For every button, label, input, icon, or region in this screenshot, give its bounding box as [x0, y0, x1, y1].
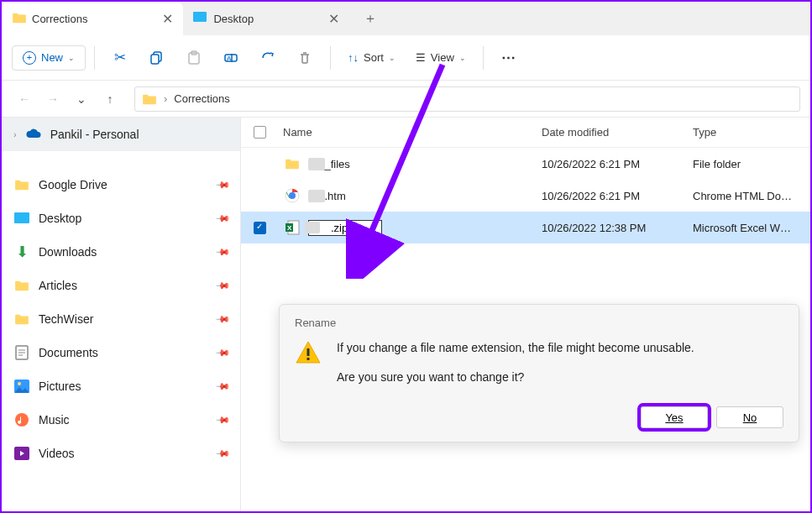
sort-button[interactable]: ↑↓ Sort ⌄: [339, 51, 404, 64]
file-type: File folder: [693, 158, 810, 170]
file-row[interactable]: xxx_files 10/26/2022 6:21 PM File folder: [241, 148, 810, 180]
paste-icon[interactable]: [177, 41, 211, 75]
pin-icon: 📌: [214, 210, 230, 226]
desktop-icon: [13, 210, 30, 227]
file-row[interactable]: xxx.htm 10/26/2022 6:21 PM Chrome HTML D…: [241, 180, 810, 212]
sidebar-item-google-drive[interactable]: Google Drive 📌: [2, 168, 240, 202]
svg-rect-2: [151, 55, 159, 64]
breadcrumb-sep: ›: [164, 92, 167, 105]
view-button[interactable]: ☰ View ⌄: [407, 51, 474, 64]
pin-icon: 📌: [214, 243, 230, 259]
desktop-icon: [193, 12, 207, 25]
col-type[interactable]: Type: [693, 126, 810, 139]
sidebar-label: Desktop: [39, 212, 81, 225]
close-icon[interactable]: ✕: [161, 13, 173, 24]
svg-point-14: [18, 382, 21, 385]
sidebar-item-desktop[interactable]: Desktop 📌: [2, 202, 240, 235]
pin-icon: 📌: [214, 445, 230, 461]
downloads-icon: ⬇: [13, 243, 30, 260]
forward-icon[interactable]: →: [40, 86, 65, 112]
sidebar: › Pankil - Personal Google Drive 📌 Deskt…: [2, 118, 241, 511]
sidebar-item-downloads[interactable]: ⬇ Downloads 📌: [2, 235, 240, 269]
folder-icon: [12, 12, 25, 25]
sidebar-item-onedrive[interactable]: › Pankil - Personal: [2, 118, 240, 151]
pin-icon: 📌: [214, 411, 230, 427]
file-date: 10/26/2022 6:21 PM: [542, 190, 693, 202]
svg-rect-8: [14, 212, 29, 223]
column-header: Name Date modified Type: [241, 118, 810, 148]
folder-icon: [142, 93, 157, 105]
share-icon[interactable]: [251, 41, 285, 75]
separator: [94, 46, 95, 70]
documents-icon: [13, 344, 30, 361]
toolbar: + New ⌄ ✂ A ↑↓ Sort ⌄ ☰ View ⌄ ⋯: [2, 35, 810, 81]
new-button[interactable]: + New ⌄: [12, 45, 86, 71]
select-all[interactable]: [241, 126, 278, 139]
pin-icon: 📌: [214, 311, 230, 327]
sidebar-label: Documents: [39, 346, 98, 359]
cloud-icon: [25, 126, 42, 143]
address-bar[interactable]: › Corrections: [134, 86, 800, 112]
plus-icon: +: [23, 51, 36, 65]
videos-icon: [13, 445, 30, 462]
file-type: Chrome HTML Do…: [693, 190, 810, 202]
yes-button[interactable]: Yes: [641, 406, 708, 428]
sort-label: Sort: [364, 51, 384, 64]
tab-corrections[interactable]: Corrections ✕: [2, 2, 183, 35]
file-name: _files: [325, 158, 350, 170]
more-icon[interactable]: ⋯: [492, 41, 526, 75]
dialog-title: Rename: [295, 317, 783, 329]
separator: [483, 46, 484, 70]
chevron-down-icon: ⌄: [459, 54, 466, 62]
back-icon[interactable]: ←: [12, 86, 37, 112]
new-label: New: [41, 51, 63, 64]
sidebar-label: TechWiser: [39, 312, 93, 326]
rename-icon[interactable]: A: [214, 41, 248, 75]
col-name[interactable]: Name: [278, 126, 542, 139]
sidebar-item-techwiser[interactable]: TechWiser 📌: [2, 302, 240, 336]
no-button[interactable]: No: [716, 406, 783, 428]
chevron-right-icon: ›: [13, 129, 17, 139]
breadcrumb: Corrections: [174, 92, 229, 105]
up-icon[interactable]: ↑: [97, 86, 123, 112]
tab-title: Desktop: [213, 13, 254, 25]
delete-icon[interactable]: [288, 41, 322, 75]
tab-strip: Corrections ✕ Desktop ✕ ＋: [2, 2, 810, 35]
svg-rect-23: [307, 358, 310, 360]
sidebar-item-videos[interactable]: Videos 📌: [2, 437, 240, 470]
sidebar-item-pictures[interactable]: Pictures 📌: [2, 369, 240, 403]
sidebar-item-articles[interactable]: Articles 📌: [2, 269, 240, 302]
dialog-line2: Are you sure you want to change it?: [337, 369, 694, 386]
chevron-down-icon: ⌄: [389, 54, 396, 62]
dialog-text: If you change a file name extension, the…: [337, 339, 694, 398]
pin-icon: 📌: [214, 277, 230, 293]
svg-rect-0: [193, 12, 207, 22]
tab-desktop[interactable]: Desktop ✕: [183, 2, 349, 35]
folder-icon: [13, 176, 30, 193]
recent-icon[interactable]: ⌄: [69, 86, 94, 112]
sidebar-label: Videos: [39, 447, 75, 460]
folder-icon: [283, 154, 301, 173]
separator: [2, 151, 240, 168]
copy-icon[interactable]: [140, 41, 174, 75]
svg-text:X: X: [287, 224, 292, 232]
view-label: View: [431, 51, 454, 64]
checkbox-icon[interactable]: [254, 222, 266, 234]
folder-icon: [13, 277, 30, 294]
chrome-icon: [283, 186, 301, 205]
svg-point-15: [15, 413, 29, 427]
view-icon: ☰: [416, 51, 426, 64]
new-tab-button[interactable]: ＋: [358, 10, 383, 28]
close-icon[interactable]: ✕: [327, 13, 339, 24]
nav-bar: ← → ⌄ ↑ › Corrections: [2, 81, 810, 118]
sidebar-label: Google Drive: [39, 178, 107, 191]
separator: [330, 46, 331, 70]
cut-icon[interactable]: ✂: [103, 41, 137, 75]
file-row-selected[interactable]: X xxx 10/26/2022 12:38 PM Microsoft Exce…: [241, 212, 810, 243]
sidebar-item-music[interactable]: Music 📌: [2, 403, 240, 437]
sort-icon: ↑↓: [348, 51, 359, 64]
sidebar-label: Articles: [39, 279, 77, 292]
col-date[interactable]: Date modified: [542, 126, 693, 139]
sidebar-item-documents[interactable]: Documents 📌: [2, 336, 240, 369]
warning-icon: [295, 339, 322, 366]
